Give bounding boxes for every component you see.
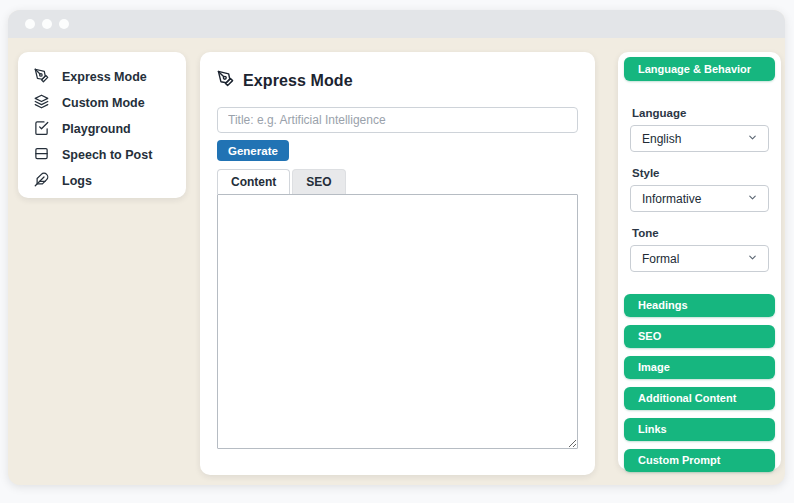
page-title: Express Mode xyxy=(243,72,353,90)
sidebar-item-label: Speech to Post xyxy=(62,148,152,162)
sidebar-item-label: Logs xyxy=(62,174,92,188)
settings-panel: Language & Behavior Language English Sty… xyxy=(618,52,781,470)
language-behavior-button[interactable]: Language & Behavior xyxy=(624,57,775,81)
style-select[interactable]: Informative xyxy=(630,185,769,212)
title-input[interactable] xyxy=(217,107,578,133)
chevron-down-icon xyxy=(747,252,758,266)
language-label: Language xyxy=(632,107,769,119)
sidebar-item-speech-to-post[interactable]: Speech to Post xyxy=(18,142,186,167)
style-label: Style xyxy=(632,167,769,179)
pen-tool-icon xyxy=(217,70,234,91)
sidebar-item-label: Playground xyxy=(62,122,131,136)
sidebar-item-express-mode[interactable]: Express Mode xyxy=(18,64,186,89)
chevron-down-icon xyxy=(747,192,758,206)
sidebar-nav: Express Mode Custom Mode Playground xyxy=(18,52,186,198)
custom-prompt-button[interactable]: Custom Prompt xyxy=(624,449,775,472)
style-field: Style Informative xyxy=(630,167,769,212)
language-select[interactable]: English xyxy=(630,125,769,152)
tab-bar: Content SEO xyxy=(217,169,578,194)
window-control-dot xyxy=(59,19,69,29)
tone-select-value: Formal xyxy=(642,252,679,266)
style-select-value: Informative xyxy=(642,192,701,206)
image-button[interactable]: Image xyxy=(624,356,775,379)
tone-label: Tone xyxy=(632,227,769,239)
tone-field: Tone Formal xyxy=(630,227,769,272)
sidebar-item-logs[interactable]: Logs xyxy=(18,168,186,193)
main-header: Express Mode xyxy=(217,70,578,91)
generate-button[interactable]: Generate xyxy=(217,140,289,161)
tab-seo[interactable]: SEO xyxy=(292,169,345,194)
check-square-icon xyxy=(34,120,49,138)
page: Express Mode Custom Mode Playground xyxy=(0,0,794,503)
sidebar-item-custom-mode[interactable]: Custom Mode xyxy=(18,90,186,115)
tab-content[interactable]: Content xyxy=(217,169,290,194)
sidebar-item-label: Custom Mode xyxy=(62,96,145,110)
headings-button[interactable]: Headings xyxy=(624,294,775,317)
additional-content-button[interactable]: Additional Content xyxy=(624,387,775,410)
chevron-down-icon xyxy=(747,132,758,146)
language-select-value: English xyxy=(642,132,681,146)
card-icon xyxy=(34,146,49,164)
sidebar-item-playground[interactable]: Playground xyxy=(18,116,186,141)
window-titlebar xyxy=(8,10,785,38)
window-control-dot xyxy=(25,19,35,29)
seo-button[interactable]: SEO xyxy=(624,325,775,348)
settings-section-buttons: Headings SEO Image Additional Content Li… xyxy=(624,294,775,472)
links-button[interactable]: Links xyxy=(624,418,775,441)
feather-icon xyxy=(34,172,49,190)
main-panel: Express Mode Generate Content SEO xyxy=(200,52,595,475)
browser-window: Express Mode Custom Mode Playground xyxy=(8,10,785,485)
language-field: Language English xyxy=(630,107,769,152)
content-textarea[interactable] xyxy=(217,194,578,449)
window-body: Express Mode Custom Mode Playground xyxy=(8,38,785,485)
sidebar-item-label: Express Mode xyxy=(62,70,147,84)
window-control-dot xyxy=(42,19,52,29)
pen-tool-icon xyxy=(34,68,49,86)
layers-icon xyxy=(34,94,49,112)
tone-select[interactable]: Formal xyxy=(630,245,769,272)
